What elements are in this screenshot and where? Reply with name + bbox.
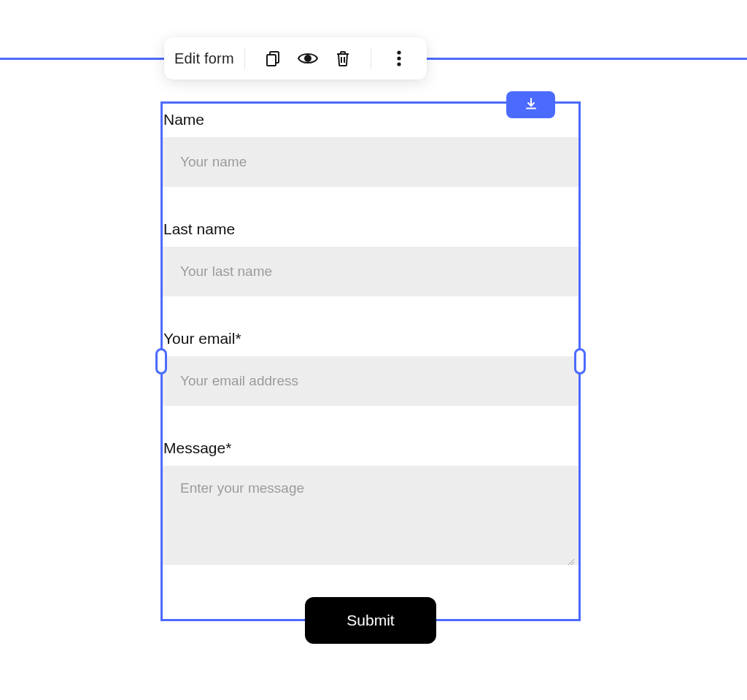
eye-icon [297,50,319,67]
email-input-wrap [163,356,578,406]
last-name-input-wrap [163,247,578,296]
trash-icon [335,50,351,67]
svg-point-5 [397,62,400,66]
toolbar-title: Edit form [174,50,234,67]
textarea-resize-icon[interactable] [567,555,574,562]
resize-handle-left[interactable] [155,348,167,374]
editor-toolbar: Edit form [164,37,427,80]
svg-point-4 [397,56,400,60]
download-button[interactable] [506,91,555,118]
form-selection[interactable]: Name Last name Your email* Message* [160,101,581,621]
toolbar-separator [244,47,245,69]
preview-button[interactable] [293,44,322,73]
svg-line-7 [571,562,574,565]
submit-wrap: Submit [163,597,578,644]
message-textarea-wrap [163,466,578,565]
delete-button[interactable] [328,44,357,73]
kebab-icon [397,50,401,66]
svg-line-6 [568,559,574,565]
name-input[interactable] [179,153,562,171]
name-input-wrap [163,137,578,187]
svg-point-2 [305,55,311,61]
submit-button[interactable]: Submit [305,597,436,644]
download-icon [525,97,538,113]
message-label: Message* [163,436,578,466]
last-name-label: Last name [163,218,578,247]
last-name-input[interactable] [179,263,562,280]
email-label: Your email* [163,327,578,356]
copy-button[interactable] [258,44,287,73]
copy-icon [264,50,282,67]
field-group-email: Your email* [163,327,578,406]
svg-point-3 [397,50,400,54]
email-input[interactable] [179,372,562,390]
resize-handle-right[interactable] [574,348,586,374]
field-group-name: Name [163,108,578,187]
form-content: Name Last name Your email* Message* [163,104,578,644]
svg-rect-1 [267,55,276,66]
field-group-message: Message* [163,436,578,565]
more-options-button[interactable] [384,44,414,73]
field-group-last-name: Last name [163,218,578,296]
message-textarea[interactable] [179,479,562,552]
toolbar-separator [371,47,371,69]
